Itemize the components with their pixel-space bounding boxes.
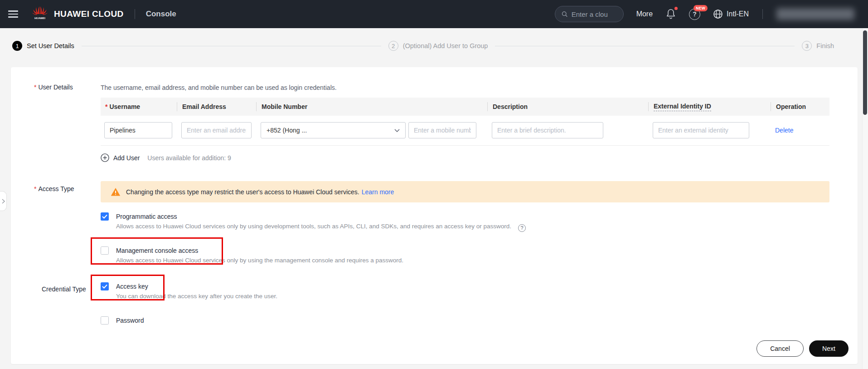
step-1-set-user-details: 1 Set User Details: [12, 41, 74, 51]
warning-icon: [111, 187, 121, 197]
country-code-value: +852 (Hong ...: [267, 127, 307, 134]
step-2-circle: 2: [388, 41, 398, 51]
col-mobile: Mobile Number: [256, 102, 487, 111]
globe-icon: [713, 9, 723, 19]
col-external-identity-id[interactable]: External Identity ID: [648, 102, 771, 111]
credential-type-label: Credential Type: [11, 282, 101, 325]
more-menu[interactable]: More: [636, 10, 653, 18]
col-operation: Operation: [771, 102, 829, 111]
check-icon: [102, 214, 107, 219]
chevron-down-icon: [394, 129, 400, 132]
required-asterisk: *: [34, 84, 36, 91]
user-details-label: *User Details: [11, 84, 101, 162]
table-row: +852 (Hong ... Delete: [101, 116, 829, 146]
chevron-right-icon: [2, 199, 5, 204]
nav-divider: [762, 9, 763, 19]
management-console-checkbox[interactable]: [101, 246, 109, 255]
add-user-button[interactable]: Add User: [113, 154, 140, 162]
sidebar-expander[interactable]: [0, 191, 7, 211]
warning-text: Changing the access type may restrict th…: [126, 188, 359, 196]
programmatic-access-title: Programmatic access: [116, 212, 526, 221]
scrollbar-track[interactable]: [862, 28, 868, 369]
add-circle-icon[interactable]: [101, 153, 109, 162]
nav-divider: [135, 9, 135, 19]
step-1-circle: 1: [12, 41, 22, 51]
col-email: Email Address: [177, 102, 256, 111]
help-center[interactable]: ? NEW: [689, 9, 700, 20]
notifications-bell[interactable]: [665, 8, 676, 20]
user-table: *Username Email Address Mobile Number De…: [101, 98, 829, 146]
search-input[interactable]: [572, 10, 617, 18]
description-input[interactable]: [492, 122, 603, 138]
user-details-row: *User Details The username, email addres…: [11, 84, 858, 162]
password-title: Password: [116, 316, 144, 325]
new-badge: NEW: [693, 5, 708, 11]
hamburger-menu-icon[interactable]: [8, 10, 18, 18]
cancel-button[interactable]: Cancel: [756, 340, 804, 357]
mobile-number-input[interactable]: [408, 122, 476, 138]
bell-icon: [665, 8, 676, 20]
required-asterisk: *: [34, 185, 36, 192]
external-identity-input[interactable]: [653, 122, 749, 138]
search-icon: [562, 10, 567, 18]
step-connector: [82, 46, 381, 46]
wizard-steps: 1 Set User Details 2 (Optional) Add User…: [0, 28, 862, 64]
access-key-desc: You can download the access key after yo…: [116, 292, 277, 301]
step-2-add-user-to-group: 2 (Optional) Add User to Group: [388, 41, 488, 51]
help-icon[interactable]: ?: [518, 224, 526, 232]
account-menu-redacted[interactable]: [776, 8, 854, 20]
step-3-circle: 3: [802, 41, 812, 51]
svg-text:HUAWEI: HUAWEI: [34, 17, 45, 20]
top-navbar: HUAWEI HUAWEI CLOUD Console More ? NEW: [0, 0, 868, 28]
user-table-header: *Username Email Address Mobile Number De…: [101, 98, 829, 116]
management-console-title: Management console access: [116, 246, 403, 255]
password-checkbox[interactable]: [101, 316, 109, 325]
access-type-row: *Access Type Changing the access type ma…: [11, 181, 858, 265]
country-code-select[interactable]: +852 (Hong ...: [261, 122, 406, 138]
programmatic-access-checkbox[interactable]: [101, 212, 109, 221]
email-input[interactable]: [181, 122, 252, 138]
access-type-warning-banner: Changing the access type may restrict th…: [101, 181, 829, 202]
step-2-label: (Optional) Add User to Group: [403, 42, 488, 49]
username-input[interactable]: [104, 122, 172, 138]
step-3-finish: 3 Finish: [802, 41, 834, 51]
col-username: *Username: [101, 102, 177, 111]
check-icon: [102, 284, 107, 289]
next-button[interactable]: Next: [809, 340, 849, 357]
locale-label: Intl-EN: [727, 10, 749, 18]
management-console-desc: Allows access to Huawei Cloud services o…: [116, 256, 403, 265]
step-connector: [495, 46, 795, 46]
console-link[interactable]: Console: [146, 10, 176, 19]
credential-type-row: Credential Type Access key You can downl…: [11, 282, 858, 325]
scrollbar-thumb[interactable]: [863, 30, 867, 115]
users-available-note: Users available for addition: 9: [147, 154, 231, 162]
management-console-option: Management console access Allows access …: [101, 246, 831, 265]
access-type-label: *Access Type: [11, 181, 101, 265]
set-user-details-panel: *User Details The username, email addres…: [11, 67, 858, 364]
delete-row-link[interactable]: Delete: [775, 127, 793, 134]
access-key-checkbox[interactable]: [101, 282, 109, 290]
step-3-label: Finish: [816, 42, 834, 49]
programmatic-access-option: Programmatic access Allows access to Hua…: [101, 212, 831, 232]
step-1-label: Set User Details: [27, 42, 74, 49]
required-asterisk: *: [105, 103, 107, 110]
language-selector[interactable]: Intl-EN: [713, 9, 749, 19]
login-credentials-note: The username, email address, and mobile …: [101, 84, 831, 91]
learn-more-link[interactable]: Learn more: [362, 188, 394, 196]
huawei-logo-icon[interactable]: HUAWEI: [32, 6, 48, 22]
notification-dot: [674, 7, 678, 10]
password-option: Password: [101, 316, 831, 325]
brand-title: HUAWEI CLOUD: [54, 9, 124, 19]
access-key-option: Access key You can download the access k…: [101, 282, 831, 301]
programmatic-access-desc: Allows access to Huawei Cloud services o…: [116, 222, 526, 232]
cloud-search-box[interactable]: [555, 6, 624, 22]
access-key-title: Access key: [116, 282, 277, 291]
col-description: Description: [487, 102, 648, 111]
